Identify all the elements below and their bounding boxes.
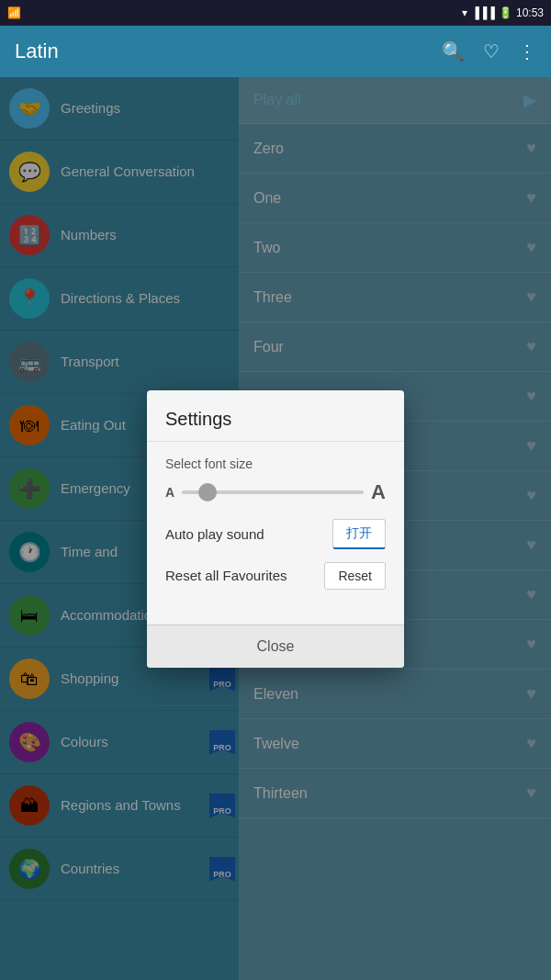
modal-overlay: Settings Select font size A A Auto play … [0,77,551,980]
reset-row: Reset all Favourites Reset [165,562,386,590]
modal-title: Settings [147,390,404,442]
top-bar: Latin 🔍 ♡ ⋮ [0,26,551,77]
time-display: 10:53 [516,6,544,19]
font-small-a: A [165,485,174,500]
modal-body: Select font size A A Auto play sound 打开 … [147,442,404,617]
search-icon[interactable]: 🔍 [442,40,465,62]
settings-modal: Settings Select font size A A Auto play … [147,390,404,668]
more-vert-icon[interactable]: ⋮ [518,40,536,62]
font-size-label: Select font size [165,456,386,471]
sim-icon: 📶 [7,6,21,19]
auto-play-button[interactable]: 打开 [332,519,386,549]
font-size-row: A A [165,480,386,504]
heart-icon[interactable]: ♡ [483,40,500,62]
battery-icon: 🔋 [499,6,512,19]
status-bar: 📶 ▾ ▐▐▐ 🔋 10:53 [0,0,551,26]
wifi-icon: ▾ [462,6,467,19]
font-size-slider[interactable] [182,490,364,494]
font-large-a: A [371,480,386,504]
close-button[interactable]: Close [147,625,404,668]
app-title: Latin [15,39,59,63]
status-right: ▾ ▐▐▐ 🔋 10:53 [462,6,544,19]
top-bar-actions: 🔍 ♡ ⋮ [442,40,536,62]
reset-button[interactable]: Reset [324,562,386,590]
auto-play-row: Auto play sound 打开 [165,519,386,549]
reset-label: Reset all Favourites [165,568,287,583]
main-content: 🤝 Greetings 💬 General Conversation 🔢 Num… [0,77,551,980]
signal-bars: ▐▐▐ [471,6,495,19]
auto-play-label: Auto play sound [165,526,264,542]
status-left: 📶 [7,6,21,19]
